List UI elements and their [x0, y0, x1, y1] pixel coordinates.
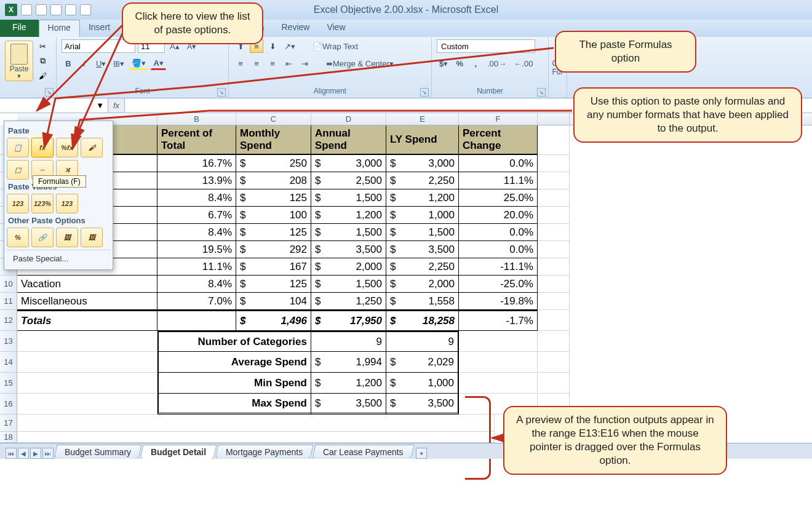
cell[interactable] [157, 310, 236, 331]
cell[interactable]: $1,994 [311, 352, 386, 373]
row-header[interactable]: 16 [0, 394, 17, 415]
underline-button[interactable]: U▾ [94, 57, 108, 70]
col-header-c[interactable]: C [236, 113, 311, 125]
cell[interactable]: 25.0% [459, 189, 538, 207]
cell[interactable]: $1,500 [311, 224, 386, 241]
cell[interactable]: 0.0% [459, 155, 538, 172]
paste-formulas-icon[interactable]: fx [31, 138, 54, 157]
col-header-f[interactable]: F [459, 113, 538, 125]
cell[interactable]: $3,000 [386, 155, 459, 172]
cell[interactable]: -19.8% [459, 293, 538, 310]
paste-no-borders-icon[interactable]: ⬚ [7, 160, 29, 180]
cell[interactable] [17, 394, 157, 415]
cell[interactable] [538, 224, 570, 241]
cell[interactable]: $1,500 [311, 189, 386, 207]
italic-button[interactable]: I [78, 57, 91, 70]
paste-picture-icon[interactable]: 🖼 [56, 228, 78, 247]
cell[interactable] [538, 207, 570, 224]
qat-preview-icon[interactable] [80, 4, 91, 15]
sheet-nav-last-icon[interactable]: ⏭ [42, 448, 54, 459]
paste-link-icon[interactable]: 🔗 [31, 228, 54, 247]
cell[interactable]: $292 [236, 241, 311, 258]
align-bottom-icon[interactable]: ⬇ [266, 39, 279, 53]
decrease-decimal-icon[interactable]: ←.00 [511, 57, 535, 70]
cell[interactable]: $1,200 [311, 373, 386, 394]
cell[interactable]: 7.0% [157, 293, 236, 310]
cell[interactable]: $3,500 [311, 241, 386, 258]
cell[interactable]: Percent of Total [157, 125, 236, 155]
cell[interactable] [17, 352, 157, 373]
comma-format-button[interactable]: , [469, 57, 482, 70]
cell-stat-label[interactable]: Min Spend [157, 373, 311, 394]
cell[interactable]: 9 [386, 331, 459, 352]
decrease-indent-icon[interactable]: ⇤ [282, 57, 295, 70]
fill-color-button[interactable]: 🪣▾ [129, 57, 148, 70]
cell[interactable]: $1,200 [311, 207, 386, 224]
cell[interactable]: $17,950 [311, 310, 386, 331]
cell[interactable] [538, 241, 570, 258]
wrap-text-button[interactable]: 📄 Wrap Text [310, 39, 360, 53]
cell[interactable]: $1,000 [386, 207, 459, 224]
cell[interactable] [538, 125, 570, 155]
cell[interactable]: 11.1% [459, 172, 538, 189]
paste-values-number-format-icon[interactable]: 123% [31, 194, 54, 213]
cell[interactable]: 16.7% [157, 155, 236, 172]
percent-format-button[interactable]: % [453, 57, 466, 70]
cell[interactable]: $3,500 [386, 394, 459, 415]
sheet-tab[interactable]: Mortgage Payments [215, 445, 314, 459]
name-box[interactable]: ▼ [0, 98, 108, 113]
row-header[interactable]: 12 [0, 310, 17, 331]
merge-center-button[interactable]: ⬌ Merge & Center ▾ [324, 57, 396, 70]
copy-icon[interactable]: ⧉ [36, 54, 49, 68]
cell[interactable]: 13.9% [157, 172, 236, 189]
qat-redo-icon[interactable] [50, 4, 62, 15]
cell[interactable] [538, 331, 570, 352]
cell[interactable]: Percent Change [459, 125, 538, 155]
orientation-icon[interactable]: ↗▾ [282, 39, 298, 53]
row-header[interactable]: 11 [0, 293, 17, 310]
cell[interactable]: Miscellaneous [17, 293, 157, 310]
cell[interactable] [538, 276, 570, 293]
cell[interactable] [538, 172, 570, 189]
cell[interactable]: Monthly Spend [236, 125, 311, 155]
cut-icon[interactable]: ✂ [36, 39, 49, 53]
cell[interactable]: 20.0% [459, 207, 538, 224]
cell[interactable]: $2,029 [386, 352, 459, 373]
cell[interactable]: $125 [236, 224, 311, 241]
paste-formatting-icon[interactable]: % [7, 228, 29, 247]
cell[interactable]: $125 [236, 276, 311, 293]
cell[interactable]: Annual Spend [311, 125, 386, 155]
cell[interactable]: $125 [236, 189, 311, 207]
sheet-nav-first-icon[interactable]: ⏮ [6, 448, 17, 459]
cell[interactable]: 8.4% [157, 276, 236, 293]
paste-keep-source-formatting-icon[interactable]: 🖌 [81, 138, 103, 157]
paste-linked-picture-icon[interactable]: 🖼 [81, 228, 103, 247]
cell[interactable]: 8.4% [157, 189, 236, 207]
qat-print-icon[interactable] [65, 4, 76, 15]
cell-stat-label[interactable]: Max Spend [157, 394, 311, 415]
paste-all-icon[interactable]: 📋 [7, 138, 29, 157]
cell[interactable]: -11.1% [459, 258, 538, 276]
cell[interactable]: $1,500 [386, 224, 459, 241]
cell[interactable] [17, 415, 495, 432]
clipboard-dialog-launcher[interactable]: ↘ [45, 88, 54, 97]
cell[interactable] [17, 373, 157, 394]
col-header-d[interactable]: D [311, 113, 386, 125]
cell[interactable] [538, 155, 570, 172]
cell[interactable] [538, 352, 570, 373]
format-painter-icon[interactable]: 🖌 [36, 69, 49, 82]
sheet-nav-prev-icon[interactable]: ◀ [18, 448, 29, 459]
cell[interactable]: $2,250 [386, 258, 459, 276]
align-center-icon[interactable]: ≡ [250, 57, 263, 70]
tab-home[interactable]: Home [39, 20, 80, 37]
col-header-g[interactable] [538, 113, 570, 125]
paste-special-menu-item[interactable]: Paste Special... [7, 250, 110, 267]
sheet-tab[interactable]: Car Lease Payments [312, 445, 414, 459]
cell-stat-label[interactable]: Number of Categories [157, 331, 311, 352]
sheet-nav-next-icon[interactable]: ▶ [30, 448, 41, 459]
row-header[interactable]: 18 [0, 432, 17, 443]
cell[interactable] [538, 373, 570, 394]
cell[interactable] [538, 189, 570, 207]
cell[interactable]: $1,558 [386, 293, 459, 310]
row-header[interactable]: 13 [0, 331, 17, 352]
